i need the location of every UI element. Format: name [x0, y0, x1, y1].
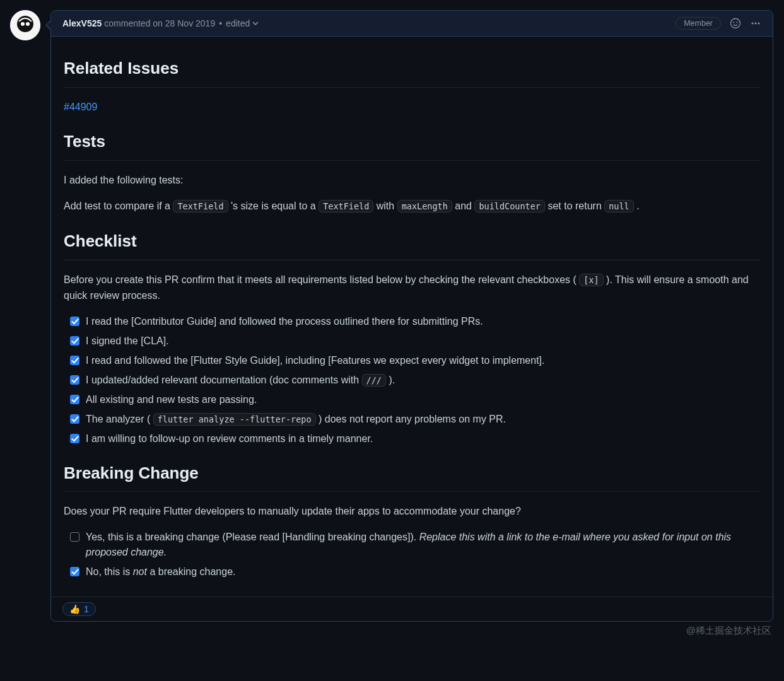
list-item: The analyzer ( flutter analyze --flutter… [70, 412, 760, 427]
role-badge: Member [676, 17, 721, 30]
checklist-intro: Before you create this PR confirm that i… [64, 272, 760, 304]
task-text: The analyzer ( flutter analyze --flutter… [86, 412, 760, 427]
reaction-thumbs-up[interactable]: 👍 1 [62, 602, 96, 616]
task-text: I signed the [CLA]. [86, 334, 760, 349]
checkbox[interactable] [70, 567, 79, 576]
svg-point-3 [26, 22, 30, 26]
svg-point-7 [751, 22, 753, 24]
checkbox[interactable] [70, 434, 79, 443]
svg-point-6 [737, 22, 738, 23]
comment-body: Related Issues #44909 Tests I added the … [51, 37, 773, 597]
commented-label: commented [104, 18, 150, 28]
avatar[interactable] [10, 10, 40, 40]
checkbox[interactable] [70, 317, 79, 326]
emoji-icon[interactable] [730, 18, 741, 29]
inline-code: TextField [319, 200, 373, 212]
task-text: I updated/added relevant documentation (… [86, 373, 760, 388]
breaking-intro: Does your PR require Flutter developers … [64, 503, 760, 520]
checkbox[interactable] [70, 336, 79, 346]
comment-box: AlexV525 commented on 28 Nov 2019 • edit… [50, 10, 773, 622]
author-link[interactable]: AlexV525 [62, 18, 102, 28]
watermark: @稀土掘金技术社区 [686, 625, 771, 632]
inline-code: null [604, 200, 634, 212]
issue-link[interactable]: #44909 [64, 102, 97, 112]
tests-intro: I added the following tests: [64, 172, 760, 189]
separator-dot: • [219, 18, 222, 28]
breaking-change-list: Yes, this is a breaking change (Please r… [70, 530, 760, 579]
svg-point-5 [734, 22, 735, 23]
heading-tests: Tests [64, 129, 760, 161]
tests-description: Add test to compare if a TextField 's si… [64, 198, 760, 214]
task-text: All existing and new tests are passing. [86, 392, 760, 407]
task-text: I am willing to follow-up on review comm… [86, 431, 760, 446]
list-item: No, this is not a breaking change. [70, 564, 760, 579]
list-item: I am willing to follow-up on review comm… [70, 431, 760, 446]
list-item: I read and followed the [Flutter Style G… [70, 353, 760, 368]
svg-point-8 [754, 22, 756, 24]
checkbox[interactable] [70, 414, 79, 424]
task-text: I read and followed the [Flutter Style G… [86, 353, 760, 368]
inline-code: maxLength [397, 200, 452, 212]
list-item: All existing and new tests are passing. [70, 392, 760, 407]
inline-code: TextField [173, 200, 228, 212]
list-item: I updated/added relevant documentation (… [70, 373, 760, 388]
list-item: I signed the [CLA]. [70, 334, 760, 349]
svg-point-9 [758, 22, 759, 24]
caret-down-icon [252, 21, 259, 25]
heading-breaking-change: Breaking Change [64, 460, 760, 492]
edited-dropdown[interactable]: edited [226, 18, 259, 28]
task-text: I read the [Contributor Guide] and follo… [86, 314, 760, 329]
reactions-bar: 👍 1 [51, 597, 773, 621]
checkbox[interactable] [70, 375, 79, 385]
list-item: Yes, this is a breaking change (Please r… [70, 530, 760, 560]
checkbox[interactable] [70, 356, 79, 365]
inline-code: buildCounter [474, 200, 545, 212]
list-item: I read the [Contributor Guide] and follo… [70, 314, 760, 329]
heading-related-issues: Related Issues [64, 55, 760, 88]
comment-header: AlexV525 commented on 28 Nov 2019 • edit… [51, 11, 773, 37]
checkbox[interactable] [70, 532, 79, 542]
checklist: I read the [Contributor Guide] and follo… [70, 314, 760, 446]
timestamp[interactable]: on 28 Nov 2019 [153, 18, 215, 28]
thumbs-up-icon: 👍 [69, 604, 80, 614]
inline-code: /// [362, 374, 386, 387]
inline-code: flutter analyze --flutter-repo [153, 413, 316, 426]
inline-code: [x] [579, 274, 603, 286]
svg-point-2 [21, 22, 25, 26]
kebab-icon[interactable] [750, 18, 761, 29]
reaction-count: 1 [84, 604, 89, 614]
heading-checklist: Checklist [64, 228, 760, 260]
svg-point-4 [731, 19, 740, 28]
checkbox[interactable] [70, 395, 79, 404]
